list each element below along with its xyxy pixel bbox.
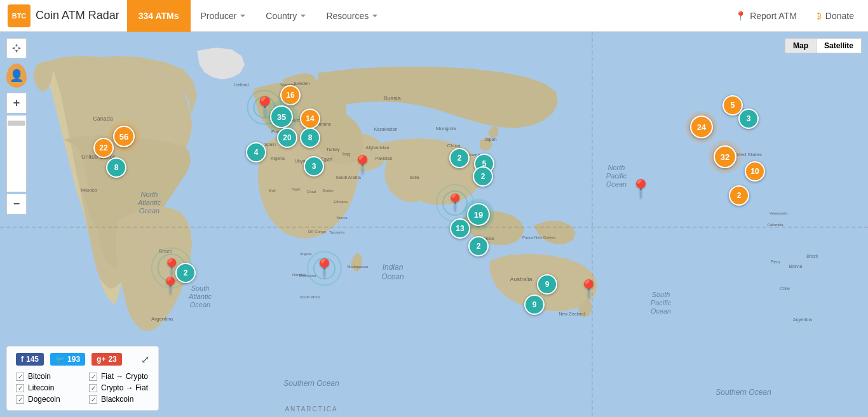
svg-text:Kenya: Kenya <box>336 216 348 220</box>
svg-text:Venezuela: Venezuela <box>770 211 788 215</box>
navbar: BTC Coin ATM Radar 334 ATMs Producer Cou… <box>0 0 868 32</box>
svg-text:New Zealand: New Zealand <box>559 312 585 316</box>
cluster-8-usa[interactable]: 8 <box>106 157 126 178</box>
atm-pin-nz[interactable]: 📍 <box>578 281 600 298</box>
cluster-22[interactable]: 22 <box>93 138 114 158</box>
legend-blackcoin[interactable]: Blackcoin <box>89 395 149 404</box>
svg-text:Tanzania: Tanzania <box>329 230 345 234</box>
svg-text:Argentina: Argentina <box>151 316 173 322</box>
svg-text:Ocean: Ocean <box>139 207 159 215</box>
zoom-slider[interactable] <box>6 116 27 192</box>
cluster-8-eu[interactable]: 8 <box>300 128 320 148</box>
cluster-9-au2[interactable]: 9 <box>524 295 545 315</box>
bitcoin-icon: ₿ <box>817 11 822 21</box>
svg-text:Ocean: Ocean <box>190 301 210 308</box>
svg-text:India: India <box>409 175 419 180</box>
svg-text:Pakistan: Pakistan <box>376 156 393 161</box>
cluster-20[interactable]: 20 <box>277 128 297 148</box>
legend-dogecoin[interactable]: Dogecoin <box>16 395 76 404</box>
street-view-pegman[interactable]: 👤 <box>6 63 27 88</box>
site-name: Coin ATM Radar <box>36 9 119 22</box>
cluster-24[interactable]: 24 <box>686 111 717 143</box>
country-menu[interactable]: Country <box>255 0 316 32</box>
cluster-2-cn1[interactable]: 2 <box>449 148 470 168</box>
cluster-2-mx[interactable]: 2 <box>729 185 749 206</box>
svg-text:Brazil: Brazil <box>806 254 818 258</box>
svg-text:Russia: Russia <box>383 95 401 102</box>
facebook-share-button[interactable]: f 145 <box>16 353 44 366</box>
pin-icon: 📍 <box>735 11 746 21</box>
svg-text:Papua New Guinea: Papua New Guinea <box>522 235 556 239</box>
legend-bitcoin[interactable]: Bitcoin <box>16 372 76 381</box>
atm-count-badge[interactable]: 334 ATMs <box>127 0 191 32</box>
atm-pin-sea[interactable]: 📍 <box>351 156 374 174</box>
svg-marker-76 <box>18 47 21 50</box>
fiat-to-crypto-checkbox[interactable] <box>89 373 97 381</box>
svg-text:Turkey: Turkey <box>326 147 340 152</box>
svg-text:Southern Ocean: Southern Ocean <box>283 379 339 388</box>
svg-text:Indian: Indian <box>383 263 403 272</box>
blackcoin-checkbox[interactable] <box>89 395 97 404</box>
svg-text:ANTARCTICA: ANTARCTICA <box>285 406 337 413</box>
svg-text:Algeria: Algeria <box>271 156 285 161</box>
cluster-14[interactable]: 14 <box>300 109 320 129</box>
svg-text:Southern Ocean: Southern Ocean <box>715 388 771 397</box>
cluster-32[interactable]: 32 <box>709 140 742 173</box>
svg-text:Atlantic: Atlantic <box>137 199 161 206</box>
cluster-2-sea[interactable]: 2 <box>468 236 489 256</box>
bitcoin-checkbox[interactable] <box>16 373 24 381</box>
svg-text:Ocean: Ocean <box>606 180 627 188</box>
svg-text:Australia: Australia <box>510 276 532 282</box>
atm-pin-africa[interactable]: 📍 <box>313 260 336 277</box>
litecoin-checkbox[interactable] <box>16 384 24 392</box>
resources-menu[interactable]: Resources <box>316 0 388 32</box>
svg-text:Namibia: Namibia <box>292 273 307 277</box>
cluster-4[interactable]: 4 <box>246 142 266 162</box>
svg-text:North: North <box>608 164 625 171</box>
twitter-icon: 🐦 <box>55 355 65 364</box>
map-container[interactable]: North Atlantic Ocean South Atlantic Ocea… <box>0 32 868 417</box>
logo-area: BTC Coin ATM Radar <box>0 4 127 27</box>
legend-litecoin[interactable]: Litecoin <box>16 383 76 392</box>
gplus-share-button[interactable]: g+ 23 <box>92 353 122 366</box>
cluster-3-ca2[interactable]: 3 <box>738 109 759 129</box>
svg-text:Chad: Chad <box>307 190 316 194</box>
legend-fiat-to-crypto[interactable]: Fiat → Crypto <box>89 372 149 381</box>
twitter-share-button[interactable]: 🐦 193 <box>50 353 85 366</box>
svg-text:South: South <box>652 291 670 298</box>
svg-text:Pacific: Pacific <box>606 172 627 180</box>
svg-text:Angola: Angola <box>300 252 312 256</box>
svg-text:DR Congo: DR Congo <box>308 230 327 234</box>
svg-text:Afghanistan: Afghanistan <box>366 145 390 150</box>
nav-right: 📍 Report ATM ₿ Donate <box>725 0 868 32</box>
zoom-in-button[interactable]: + <box>6 93 27 113</box>
zoom-out-button[interactable]: − <box>6 194 27 215</box>
svg-text:Kazakhstan: Kazakhstan <box>374 127 398 131</box>
report-atm-link[interactable]: 📍 Report ATM <box>725 0 807 32</box>
cluster-10[interactable]: 10 <box>745 161 765 182</box>
expand-legend-button[interactable]: ⤢ <box>141 354 149 366</box>
cluster-13[interactable]: 13 <box>450 218 470 239</box>
cluster-2-kr[interactable]: 2 <box>473 166 493 187</box>
dogecoin-checkbox[interactable] <box>16 395 24 404</box>
cluster-9-au1[interactable]: 9 <box>537 274 557 295</box>
svg-text:Pacific: Pacific <box>651 299 672 307</box>
map-view-button[interactable]: Map <box>785 38 817 53</box>
pan-control[interactable] <box>6 38 27 58</box>
cluster-3-me[interactable]: 3 <box>304 156 324 176</box>
producer-menu[interactable]: Producer <box>191 0 256 32</box>
satellite-view-button[interactable]: Satellite <box>817 38 862 53</box>
atm-pin-pacific[interactable]: 📍 <box>630 180 652 198</box>
legend-grid: Bitcoin Fiat → Crypto Litecoin Crypto → … <box>16 372 149 404</box>
svg-text:Niger: Niger <box>292 187 301 191</box>
svg-text:Madagascar: Madagascar <box>347 265 368 268</box>
zoom-thumb[interactable] <box>8 121 25 126</box>
donate-link[interactable]: ₿ Donate <box>807 0 868 32</box>
legend-crypto-to-fiat[interactable]: Crypto → Fiat <box>89 383 149 392</box>
crypto-to-fiat-checkbox[interactable] <box>89 384 97 392</box>
svg-text:South Africa: South Africa <box>300 295 321 299</box>
cluster-2-sa[interactable]: 2 <box>175 263 196 283</box>
social-bar: f 145 🐦 193 g+ 23 ⤢ <box>16 353 149 366</box>
svg-text:Mexico: Mexico <box>81 187 97 193</box>
svg-text:Saudi Arabia: Saudi Arabia <box>336 175 361 180</box>
